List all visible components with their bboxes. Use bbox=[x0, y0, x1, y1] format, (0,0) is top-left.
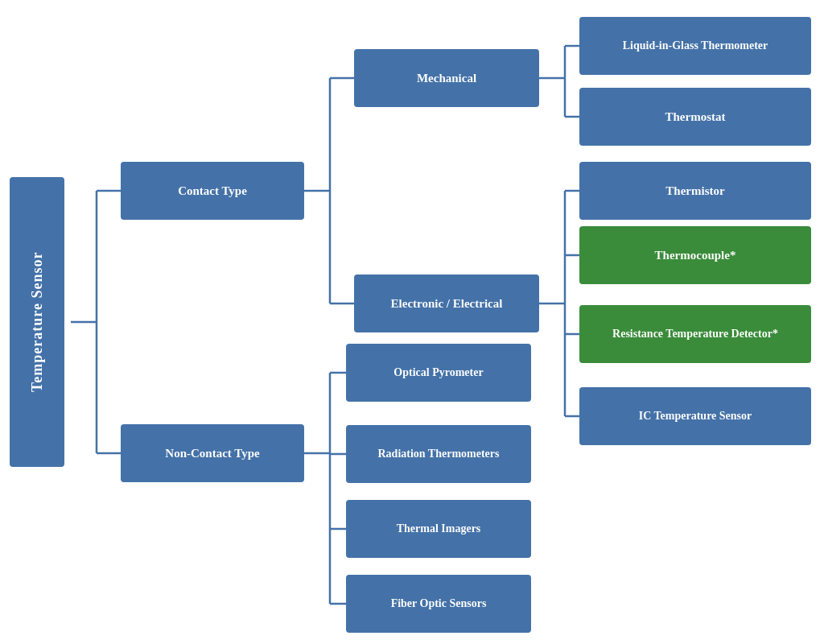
temperature-sensor-node: Temperature Sensor bbox=[10, 177, 64, 467]
thermostat-node: Thermostat bbox=[579, 88, 811, 146]
electronic-node: Electronic / Electrical bbox=[354, 275, 539, 332]
thermal-imagers-node: Thermal Imagers bbox=[346, 500, 531, 558]
non-contact-type-node: Non-Contact Type bbox=[121, 424, 304, 482]
thermocouple-node: Thermocouple* bbox=[579, 226, 811, 284]
diagram: Temperature Sensor Contact Type Non-Cont… bbox=[0, 0, 824, 644]
optical-pyrometer-node: Optical Pyrometer bbox=[346, 344, 531, 402]
radiation-thermometers-node: Radiation Thermometers bbox=[346, 425, 531, 483]
ic-temp-node: IC Temperature Sensor bbox=[579, 387, 811, 445]
contact-type-node: Contact Type bbox=[121, 162, 304, 220]
liquid-glass-node: Liquid-in-Glass Thermometer bbox=[579, 17, 811, 75]
thermistor-node: Thermistor bbox=[579, 162, 811, 220]
fiber-optic-node: Fiber Optic Sensors bbox=[346, 575, 531, 633]
rtd-node: Resistance Temperature Detector* bbox=[579, 305, 811, 363]
mechanical-node: Mechanical bbox=[354, 49, 539, 107]
